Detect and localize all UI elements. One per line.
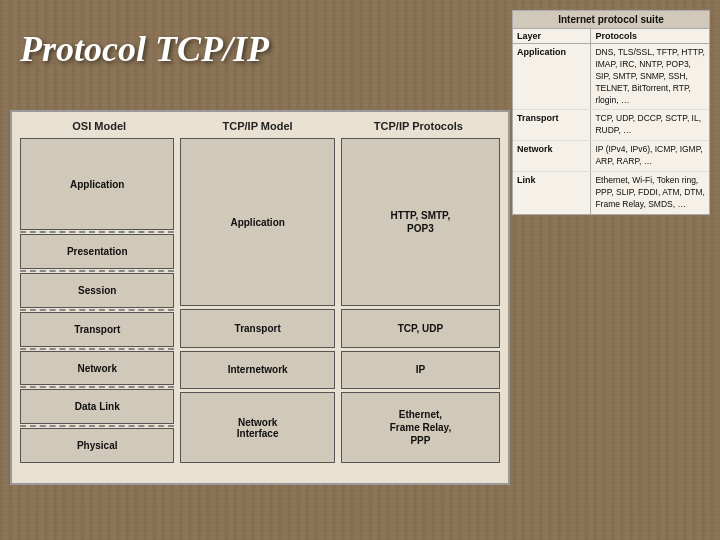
proto-http: HTTP, SMTP,POP3	[341, 138, 500, 306]
proto-column: HTTP, SMTP,POP3 TCP, UDP IP Ethernet,Fra…	[341, 138, 500, 463]
proto-ip: IP	[341, 351, 500, 389]
ips-row-network: Network IP (IPv4, IPv6), ICMP, IGMP, ARP…	[513, 141, 709, 172]
ips-protocols-application: DNS, TLS/SSL, TFTP, HTTP, IMAP, IRC, NNT…	[591, 44, 709, 109]
diagram-box: OSI Model TCP/IP Model TCP/IP Protocols …	[10, 110, 510, 485]
osi-network: Network	[20, 351, 174, 386]
osi-presentation: Presentation	[20, 234, 174, 269]
ips-col-headers: Layer Protocols	[513, 29, 709, 44]
ips-row-link: Link Ethernet, Wi-Fi, Token ring, PPP, S…	[513, 172, 709, 214]
ips-row-transport: Transport TCP, UDP, DCCP, SCTP, IL, RUDP…	[513, 110, 709, 141]
ips-col-layer-header: Layer	[513, 29, 591, 43]
tcp-transport: Transport	[180, 309, 334, 347]
osi-physical: Physical	[20, 428, 174, 463]
col-header-tcp: TCP/IP Model	[178, 120, 336, 132]
tcp-internetwork: Internetwork	[180, 351, 334, 389]
ips-table: Internet protocol suite Layer Protocols …	[512, 10, 710, 215]
ips-protocols-transport: TCP, UDP, DCCP, SCTP, IL, RUDP, …	[591, 110, 709, 140]
ips-layer-application: Application	[513, 44, 591, 109]
tcp-column: Application Transport Internetwork Netwo…	[180, 138, 334, 463]
proto-ethernet: Ethernet,Frame Relay,PPP	[341, 392, 500, 463]
ips-layer-link: Link	[513, 172, 591, 214]
diagram-col-headers: OSI Model TCP/IP Model TCP/IP Protocols	[20, 120, 500, 132]
ips-row-application: Application DNS, TLS/SSL, TFTP, HTTP, IM…	[513, 44, 709, 110]
diagram-body: Application Presentation Session Transpo…	[20, 138, 500, 463]
tcp-application: Application	[180, 138, 334, 306]
osi-datalink: Data Link	[20, 389, 174, 424]
col-header-osi: OSI Model	[20, 120, 178, 132]
osi-application: Application	[20, 138, 174, 230]
proto-tcp-udp: TCP, UDP	[341, 309, 500, 347]
tcp-network-interface: NetworkInterface	[180, 392, 334, 463]
osi-session: Session	[20, 273, 174, 308]
ips-protocols-network: IP (IPv4, IPv6), ICMP, IGMP, ARP, RARP, …	[591, 141, 709, 171]
osi-transport: Transport	[20, 312, 174, 347]
col-header-proto: TCP/IP Protocols	[337, 120, 500, 132]
page-title: Protocol TCP/IP	[20, 28, 269, 70]
ips-protocols-link: Ethernet, Wi-Fi, Token ring, PPP, SLIP, …	[591, 172, 709, 214]
ips-layer-transport: Transport	[513, 110, 591, 140]
ips-col-proto-header: Protocols	[591, 29, 709, 43]
ips-title: Internet protocol suite	[513, 11, 709, 29]
osi-column: Application Presentation Session Transpo…	[20, 138, 174, 463]
ips-layer-network: Network	[513, 141, 591, 171]
